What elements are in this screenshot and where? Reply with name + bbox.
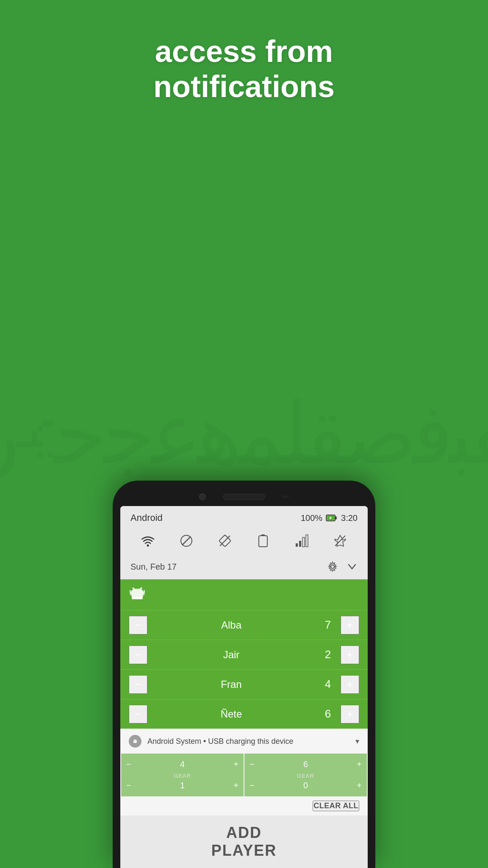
svg-rect-11: [296, 543, 298, 547]
mini-card-1: − 4 + GEAR − 1 +: [121, 754, 244, 796]
mini-card-1-row1: − 4 +: [126, 758, 238, 771]
mini-val-2b: 0: [303, 781, 308, 790]
mini-plus-3: +: [357, 760, 362, 769]
score-row-fran: − Fran 4 +: [120, 669, 368, 699]
status-app-name: Android: [130, 512, 163, 523]
speaker-grille: [223, 494, 265, 500]
mini-label-2a: GEAR: [250, 773, 362, 779]
mini-label-1a: GEAR: [126, 773, 238, 779]
add-player-area[interactable]: ADD PLAYER: [120, 815, 368, 868]
plus-jair-button[interactable]: +: [341, 645, 359, 664]
expand-icon[interactable]: [347, 561, 358, 572]
add-player-line2: PLAYER: [211, 842, 277, 860]
player-name-nete: Ñete: [147, 708, 315, 720]
usb-notification[interactable]: Android System • USB charging this devic…: [120, 729, 368, 754]
mini-card-2-row2: − 0 +: [250, 779, 362, 792]
add-player-line1: ADD: [211, 824, 277, 842]
android-icon-svg: [131, 737, 139, 745]
mini-minus-3: −: [250, 760, 255, 769]
score-row-jair: − Jair 2 +: [120, 640, 368, 669]
airplane-icon[interactable]: [331, 531, 349, 550]
helmet-svg: [129, 586, 146, 603]
dnd-icon[interactable]: [177, 531, 196, 550]
mini-card-2-row1: − 6 +: [250, 758, 362, 771]
clear-all-button[interactable]: CLEAR ALL: [313, 801, 359, 811]
rotate-icon[interactable]: [216, 531, 234, 550]
signal-icon[interactable]: [292, 531, 311, 550]
phone-mockup: Android 100% 3:20: [113, 481, 375, 868]
battery-qs-icon[interactable]: [254, 531, 272, 550]
svg-point-19: [134, 741, 135, 742]
status-bar: Android 100% 3:20: [120, 506, 368, 528]
svg-rect-8: [259, 536, 267, 547]
score-row-alba: − Alba 7 +: [120, 610, 368, 640]
mini-plus-2: +: [233, 781, 238, 790]
mini-minus-2: −: [126, 781, 131, 790]
quick-settings-bar: [120, 528, 368, 556]
svg-rect-9: [261, 534, 265, 536]
plus-nete-button[interactable]: +: [341, 705, 359, 723]
mini-plus-4: +: [357, 781, 362, 790]
usb-chevron-icon: ▾: [355, 737, 359, 746]
mini-minus-1: −: [126, 760, 131, 769]
plus-alba-button[interactable]: +: [341, 616, 359, 634]
sensor: [282, 495, 289, 498]
usb-notification-text: Android System • USB charging this devic…: [147, 737, 349, 746]
usb-android-icon: [129, 735, 141, 748]
svg-rect-12: [299, 541, 301, 547]
status-time: 3:20: [341, 513, 358, 523]
wifi-icon[interactable]: [139, 531, 157, 550]
score-row-nete: − Ñete 6 +: [120, 699, 368, 729]
player-name-alba: Alba: [147, 619, 315, 631]
app-notification-card: − Alba 7 + − Jair 2 + − Fran 4 +: [120, 579, 368, 729]
date-label: Sun, Feb 17: [130, 562, 177, 572]
svg-line-15: [335, 536, 345, 546]
clear-all-row: CLEAR ALL: [120, 796, 368, 815]
minus-nete-button[interactable]: −: [129, 705, 147, 723]
battery-icon: [326, 512, 338, 524]
player-name-jair: Jair: [147, 649, 315, 661]
svg-line-7: [220, 536, 230, 546]
player-name-fran: Fran: [147, 679, 315, 690]
front-camera: [199, 493, 206, 500]
date-row: Sun, Feb 17: [120, 556, 368, 579]
score-value-fran: 4: [315, 678, 341, 691]
status-right: 100% 3:20: [301, 512, 358, 524]
mini-val-1b: 1: [180, 781, 185, 790]
mini-plus-1: +: [233, 760, 238, 769]
phone-frame: Android 100% 3:20: [113, 481, 375, 868]
settings-icon[interactable]: [327, 561, 338, 572]
header-text: access from notifications: [0, 34, 488, 104]
notification-header: [120, 579, 368, 610]
below-notifications: − 4 + GEAR − 1 + − 6 +: [120, 754, 368, 796]
svg-line-5: [182, 537, 191, 545]
phone-screen: Android 100% 3:20: [120, 506, 368, 868]
battery-percent: 100%: [301, 513, 322, 523]
svg-rect-17: [132, 597, 143, 599]
mini-val-1a: 4: [180, 760, 185, 769]
header-line1: access from: [155, 34, 333, 68]
svg-rect-10: [259, 536, 267, 546]
phone-top-bar: [120, 493, 368, 500]
plus-fran-button[interactable]: +: [341, 675, 359, 694]
mini-val-2a: 6: [303, 760, 308, 769]
minus-jair-button[interactable]: −: [129, 645, 147, 664]
minus-fran-button[interactable]: −: [129, 675, 147, 694]
score-value-jair: 2: [315, 648, 341, 661]
mini-minus-4: −: [250, 781, 255, 790]
minus-alba-button[interactable]: −: [129, 616, 147, 634]
mini-card-2: − 6 + GEAR − 0 +: [244, 754, 367, 796]
score-value-alba: 7: [315, 618, 341, 632]
svg-point-20: [136, 741, 136, 742]
svg-rect-13: [302, 537, 305, 547]
date-icons: [327, 561, 358, 572]
header-line2: notifications: [153, 70, 335, 103]
mini-card-1-row2: − 1 +: [126, 779, 238, 792]
svg-point-16: [331, 565, 334, 568]
score-value-nete: 6: [315, 707, 341, 721]
svg-rect-1: [335, 517, 337, 520]
svg-point-3: [147, 545, 149, 547]
svg-rect-14: [306, 535, 308, 547]
app-icon: [129, 586, 146, 603]
